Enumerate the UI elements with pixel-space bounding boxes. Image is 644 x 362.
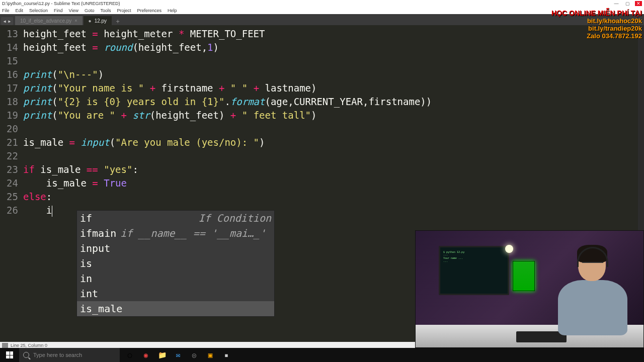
menu-edit[interactable]: Edit — [16, 8, 24, 13]
line-number: 24 — [0, 176, 18, 190]
menu-project[interactable]: Project — [117, 8, 131, 13]
search-input[interactable]: Type here to search — [19, 348, 120, 362]
terminal-icon[interactable]: ▪ — [219, 348, 233, 362]
line-number: 13 — [0, 27, 18, 41]
new-tab-button[interactable]: + — [113, 18, 123, 25]
dirty-indicator-icon: ● — [89, 18, 92, 24]
menu-file[interactable]: File — [2, 8, 10, 13]
statusbar-icon[interactable] — [2, 343, 8, 348]
taskbar: Type here to search ◯ ◉ 📁 ✉ ◎ ▣ ▪ — [0, 348, 644, 362]
line-number: 25 — [0, 190, 18, 204]
sublime-icon[interactable]: ▣ — [203, 348, 217, 362]
autocomplete-item[interactable]: is — [77, 256, 274, 271]
tabbar: ◀ ▶ 10_if_else_advance.py × ● 12.py + — [0, 14, 644, 25]
tab-label: 12.py — [95, 18, 107, 24]
line-number: 20 — [0, 122, 18, 136]
autocomplete-item[interactable]: in — [77, 271, 274, 286]
pc-case-prop — [513, 261, 535, 291]
tab-inactive[interactable]: 10_if_else_advance.py × — [15, 16, 83, 25]
line-gutter: 13 14 15 16 17 18 19 20 21 22 23 24 25 2… — [0, 25, 23, 342]
window-title: D:\python_course\12.py - Sublime Text (U… — [2, 1, 613, 6]
person-prop — [543, 241, 633, 341]
line-number: 18 — [0, 95, 18, 109]
menu-find[interactable]: Find — [54, 8, 63, 13]
cortana-icon[interactable]: ◯ — [123, 348, 137, 362]
menu-view[interactable]: View — [69, 8, 78, 13]
obs-icon[interactable]: ◎ — [187, 348, 201, 362]
windows-icon — [6, 351, 13, 358]
task-icons: ◯ ◉ 📁 ✉ ◎ ▣ ▪ — [123, 348, 233, 362]
banner-link: Zalo 034.7872.192 — [551, 32, 642, 40]
autocomplete-popup: ifIf Condition ifmainif __name__ == '__m… — [76, 210, 275, 317]
minimize-icon[interactable]: — — [613, 1, 620, 6]
tab-label: 10_if_else_advance.py — [20, 18, 71, 24]
text-cursor — [52, 206, 52, 217]
lamp-prop — [505, 245, 513, 253]
line-number: 23 — [0, 163, 18, 176]
window-controls: — ▢ ✕ — [613, 1, 642, 6]
autocomplete-item[interactable]: ifIf Condition — [77, 211, 274, 226]
autocomplete-item-selected[interactable]: is_male — [77, 301, 274, 316]
explorer-icon[interactable]: 📁 — [155, 348, 169, 362]
menubar: File Edit Selection Find View Goto Tools… — [0, 7, 644, 14]
overlay-banner: HỌC ONLINE MIỄN PHÍ TẠI bit.ly/khoahoc20… — [551, 9, 642, 40]
menu-goto[interactable]: Goto — [85, 8, 95, 13]
menu-tools[interactable]: Tools — [100, 8, 111, 13]
banner-link: bit.ly/trandiep20k — [551, 25, 642, 32]
banner-link: bit.ly/khoahoc20k — [551, 17, 642, 25]
menu-help[interactable]: Help — [168, 8, 177, 13]
menu-preferences[interactable]: Preferences — [137, 8, 162, 13]
menu-selection[interactable]: Selection — [29, 8, 48, 13]
mail-icon[interactable]: ✉ — [171, 348, 185, 362]
status-text: Line 25, Column 0 — [11, 343, 47, 348]
close-icon[interactable]: ✕ — [635, 1, 642, 6]
start-button[interactable] — [0, 348, 19, 362]
line-number: 17 — [0, 81, 18, 95]
search-placeholder: Type here to search — [33, 352, 82, 358]
autocomplete-item[interactable]: int — [77, 286, 274, 301]
search-icon — [23, 352, 29, 358]
line-number: 22 — [0, 149, 18, 163]
tab-active[interactable]: ● 12.py — [84, 16, 112, 25]
chrome-icon[interactable]: ◉ — [139, 348, 153, 362]
line-number: 19 — [0, 109, 18, 122]
maximize-icon[interactable]: ▢ — [624, 1, 631, 6]
monitor-prop: $ python 12.py---Your name ...... — [439, 246, 509, 295]
line-number: 21 — [0, 136, 18, 149]
tab-nav-arrows[interactable]: ◀ ▶ — [1, 17, 13, 25]
webcam-overlay: $ python 12.py---Your name ...... — [415, 230, 644, 348]
tab-close-icon[interactable]: × — [74, 18, 77, 23]
autocomplete-item[interactable]: ifmainif __name__ == '__mai…_' — [77, 226, 274, 241]
banner-header: HỌC ONLINE MIỄN PHÍ TẠI — [551, 9, 642, 17]
autocomplete-item[interactable]: input — [77, 241, 274, 256]
titlebar: D:\python_course\12.py - Sublime Text (U… — [0, 0, 644, 7]
line-number: 26 — [0, 204, 18, 217]
line-number: 14 — [0, 41, 18, 54]
line-number: 15 — [0, 54, 18, 68]
line-number: 16 — [0, 68, 18, 81]
